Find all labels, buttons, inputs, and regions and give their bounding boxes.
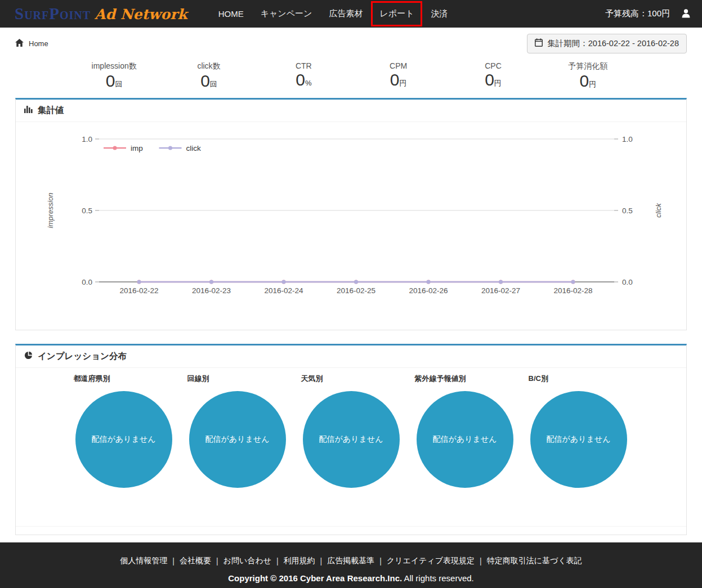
pie-chart-1: 回線別配信がありません [181, 374, 294, 488]
pie-chart-label: 都道府県別 [67, 374, 181, 384]
bar-chart-icon [24, 105, 33, 115]
period-range-button[interactable]: 集計期間：2016-02-22 - 2016-02-28 [527, 34, 687, 53]
footer-link-6[interactable]: 特定商取引法に基づく表記 [482, 556, 587, 566]
legend-label-imp[interactable]: imp [131, 143, 143, 152]
stat-unit: 円 [589, 80, 596, 88]
brand-secondary-text: Ad Network [95, 6, 187, 23]
series-point-click [571, 280, 575, 284]
stat-number: 0 [390, 70, 400, 89]
y-tick-label-right: 1.0 [622, 134, 633, 143]
x-tick-label: 2016-02-23 [192, 286, 231, 295]
pies-spacer [16, 488, 686, 526]
x-tick-label: 2016-02-27 [481, 286, 520, 295]
footer-link-2[interactable]: お問い合わせ [218, 556, 276, 566]
footer-copyright-normal: All rights reserved. [404, 573, 474, 583]
footer-link-5[interactable]: クリエイティブ表現規定 [382, 556, 480, 566]
series-point-click [137, 280, 141, 284]
summary-panel-title: 集計値 [38, 105, 64, 116]
series-point-click [354, 280, 358, 284]
y-tick-label-right: 0.0 [622, 277, 633, 286]
nav-item-2[interactable]: 広告素材 [320, 1, 371, 26]
user-icon [681, 8, 691, 20]
footer-link-3[interactable]: 利用規約 [279, 556, 320, 566]
brand-logo[interactable]: SurfPoint Ad Network [15, 5, 187, 23]
legend-dot-click[interactable] [168, 146, 172, 150]
breadcrumb-home-label: Home [29, 39, 48, 48]
stat-unit: 回 [210, 80, 217, 88]
summary-chart-container: 1.01.00.50.50.00.0impressionclick2016-02… [16, 122, 686, 330]
footer-link-4[interactable]: 広告掲載基準 [322, 556, 379, 566]
nav-item-1[interactable]: キャンペーン [252, 1, 321, 26]
stat-label: click数 [162, 61, 256, 71]
user-menu-button[interactable] [681, 8, 691, 20]
nav-menu: HOMEキャンペーン広告素材レポート決済 [210, 1, 457, 26]
breadcrumb-bar: Home 集計期間：2016-02-22 - 2016-02-28 [0, 28, 702, 59]
nav-item-0[interactable]: HOME [210, 2, 252, 26]
summary-panel-header: 集計値 [16, 100, 686, 122]
x-tick-label: 2016-02-28 [553, 286, 592, 295]
stat-unit: 円 [494, 79, 502, 87]
brand-primary-text: SurfPoint [15, 5, 91, 23]
y-tick-label-left: 1.0 [82, 134, 92, 143]
summary-stats-row: implession数0回click数0回CTR0%CPM0円CPC0円予算消化… [67, 61, 636, 91]
x-tick-label: 2016-02-22 [119, 286, 158, 295]
x-tick-label: 2016-02-26 [409, 286, 448, 295]
pie-chart-icon [24, 351, 33, 362]
stat-label: CPC [446, 61, 540, 70]
left-axis-title: impression [46, 192, 55, 228]
period-range-label: 集計期間：2016-02-22 - 2016-02-28 [547, 38, 679, 49]
distribution-panel: インプレッション分布 都道府県別配信がありません回線別配信がありません天気別配信… [15, 344, 687, 535]
budget-balance-label: 予算残高：100円 [605, 8, 670, 19]
stat-2: CTR0% [256, 61, 351, 91]
right-axis-title: click [654, 202, 663, 217]
x-tick-label: 2016-02-25 [337, 286, 375, 295]
summary-line-chart: 1.01.00.50.50.00.0impressionclick2016-02… [16, 127, 686, 302]
footer-link-0[interactable]: 個人情報管理 [115, 556, 172, 566]
pie-chart-0: 都道府県別配信がありません [67, 374, 181, 488]
x-tick-label: 2016-02-24 [264, 286, 303, 295]
pie-chart-2: 天気別配信がありません [294, 374, 408, 488]
series-point-click [209, 280, 213, 284]
footer-links: 個人情報管理|会社概要|お問い合わせ|利用規約|広告掲載基準|クリエイティブ表現… [0, 556, 702, 566]
stat-number: 0 [200, 71, 210, 90]
stat-5: 予算消化額0円 [540, 61, 635, 91]
pie-chart-label: 紫外線予報値別 [408, 374, 522, 384]
footer-link-1[interactable]: 会社概要 [175, 556, 216, 566]
stat-value: 0円 [540, 71, 635, 91]
nav-item-3[interactable]: レポート [371, 1, 422, 26]
stat-1: click数0回 [162, 61, 256, 91]
pie-empty-circle: 配信がありません [303, 391, 400, 488]
y-tick-label-left: 0.5 [82, 206, 92, 214]
legend-label-click[interactable]: click [186, 143, 201, 152]
footer-copyright: Copyright © 2016 Cyber Area Research.Inc… [0, 573, 702, 583]
pie-empty-circle: 配信がありません [417, 391, 513, 488]
y-tick-label-right: 0.5 [622, 206, 633, 214]
stat-value: 0円 [351, 70, 445, 90]
stat-number: 0 [106, 71, 115, 90]
stat-label: CTR [256, 61, 351, 70]
stat-number: 0 [579, 71, 589, 90]
footer-copyright-strong: Copyright © 2016 Cyber Area Research.Inc… [228, 573, 402, 583]
stat-label: implession数 [67, 61, 162, 71]
stat-number: 0 [296, 70, 305, 89]
stat-value: 0円 [446, 70, 540, 90]
series-point-click [282, 280, 286, 284]
pie-chart-label: B/C別 [522, 374, 636, 384]
pie-chart-label: 天気別 [294, 374, 408, 384]
distribution-panel-footer [16, 526, 686, 535]
stat-label: 予算消化額 [540, 61, 635, 71]
pie-chart-label: 回線別 [181, 374, 294, 384]
pie-empty-circle: 配信がありません [530, 391, 627, 488]
navbar-right: 予算残高：100円 [605, 8, 691, 20]
series-point-click [427, 280, 431, 284]
legend-dot-imp[interactable] [113, 146, 117, 150]
calendar-icon [535, 38, 543, 48]
breadcrumb-home-link[interactable]: Home [15, 39, 48, 48]
stat-value: 0回 [162, 71, 256, 91]
stat-4: CPC0円 [446, 61, 540, 91]
stat-label: CPM [351, 61, 445, 70]
stat-0: implession数0回 [67, 61, 162, 91]
pie-chart-4: B/C別配信がありません [522, 374, 636, 488]
nav-item-4[interactable]: 決済 [422, 1, 456, 26]
stat-number: 0 [485, 70, 494, 89]
